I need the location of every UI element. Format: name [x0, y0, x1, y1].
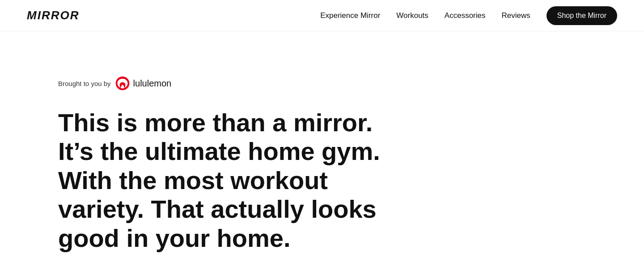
nav-link-workouts[interactable]: Workouts [396, 11, 428, 20]
lululemon-logo: lululemon [115, 76, 172, 90]
nav-links: Experience Mirror Workouts Accessories R… [320, 6, 617, 25]
hero-headline: This is more than a mirror. It’s the ult… [58, 108, 398, 253]
hero-section: Brought to you by lululemon This is more… [0, 31, 402, 254]
nav-link-reviews[interactable]: Reviews [501, 11, 530, 20]
lululemon-icon [115, 76, 130, 90]
brought-by-bar: Brought to you by lululemon [58, 76, 402, 90]
nav-link-experience-mirror[interactable]: Experience Mirror [320, 11, 380, 20]
nav-link-accessories[interactable]: Accessories [445, 11, 486, 20]
site-logo[interactable]: MIRROR [27, 9, 79, 22]
shop-mirror-button[interactable]: Shop the Mirror [547, 6, 617, 25]
lululemon-name: lululemon [133, 78, 172, 89]
brought-by-text: Brought to you by [58, 80, 111, 87]
navbar: MIRROR Experience Mirror Workouts Access… [0, 0, 644, 31]
